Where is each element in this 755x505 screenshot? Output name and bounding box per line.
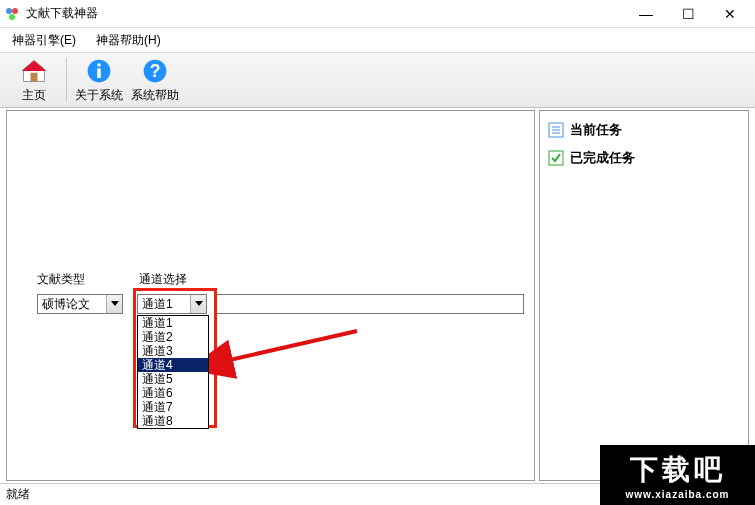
about-button[interactable]: 关于系统: [71, 54, 127, 106]
svg-text:?: ?: [150, 61, 161, 81]
channel-option[interactable]: 通道3: [138, 344, 208, 358]
doctype-label: 文献类型: [37, 271, 133, 288]
svg-point-2: [9, 14, 15, 20]
channel-option[interactable]: 通道6: [138, 386, 208, 400]
content-area: 文献类型 通道选择 硕博论文 通道1 通道1通道2通道3通道4通道5通道6通道7…: [0, 108, 755, 483]
current-tasks-label: 当前任务: [570, 121, 622, 139]
close-button[interactable]: ✕: [709, 1, 751, 27]
channel-option[interactable]: 通道1: [138, 316, 208, 330]
watermark: 下载吧 www.xiazaiba.com: [600, 445, 755, 505]
home-label: 主页: [22, 87, 46, 104]
check-icon: [548, 150, 564, 166]
help-icon: ?: [141, 57, 169, 85]
menu-bar: 神器引擎(E) 神器帮助(H): [0, 28, 755, 52]
svg-marker-4: [22, 60, 47, 71]
home-button[interactable]: 主页: [6, 54, 62, 106]
syshelp-button[interactable]: ? 系统帮助: [127, 54, 183, 106]
svg-point-7: [97, 63, 101, 67]
right-panel: 当前任务 已完成任务: [539, 110, 749, 481]
title-bar: 文献下载神器 — ☐ ✕: [0, 0, 755, 28]
channel-option[interactable]: 通道4: [138, 358, 208, 372]
channel-value: 通道1: [138, 296, 190, 313]
search-input[interactable]: [215, 294, 524, 314]
chevron-down-icon: [190, 295, 206, 313]
channel-option[interactable]: 通道7: [138, 400, 208, 414]
watermark-text: 下载吧: [630, 451, 726, 489]
current-tasks-item[interactable]: 当前任务: [548, 119, 740, 141]
svg-rect-8: [97, 68, 101, 78]
svg-marker-11: [111, 301, 119, 306]
menu-help[interactable]: 神器帮助(H): [92, 30, 165, 51]
left-panel: 文献类型 通道选择 硕博论文 通道1 通道1通道2通道3通道4通道5通道6通道7…: [6, 110, 535, 481]
channel-option[interactable]: 通道5: [138, 372, 208, 386]
app-icon: [4, 6, 20, 22]
channel-option[interactable]: 通道2: [138, 330, 208, 344]
channel-dropdown[interactable]: 通道1通道2通道3通道4通道5通道6通道7通道8: [137, 315, 209, 429]
menu-engine[interactable]: 神器引擎(E): [8, 30, 80, 51]
window-title: 文献下载神器: [26, 5, 625, 22]
channel-label: 通道选择: [139, 271, 187, 288]
svg-point-1: [12, 8, 18, 14]
home-icon: [20, 57, 48, 85]
chevron-down-icon: [106, 295, 122, 313]
watermark-url: www.xiazaiba.com: [626, 489, 730, 500]
syshelp-label: 系统帮助: [131, 87, 179, 104]
arrow-annotation: [207, 321, 367, 401]
minimize-button[interactable]: —: [625, 1, 667, 27]
svg-marker-12: [195, 301, 203, 306]
maximize-button[interactable]: ☐: [667, 1, 709, 27]
info-icon: [85, 57, 113, 85]
doctype-select[interactable]: 硕博论文: [37, 294, 123, 314]
svg-rect-5: [31, 72, 38, 81]
completed-tasks-item[interactable]: 已完成任务: [548, 147, 740, 169]
doctype-value: 硕博论文: [38, 296, 106, 313]
about-label: 关于系统: [75, 87, 123, 104]
channel-option[interactable]: 通道8: [138, 414, 208, 428]
status-text: 就绪: [6, 486, 30, 503]
channel-select[interactable]: 通道1 通道1通道2通道3通道4通道5通道6通道7通道8: [137, 294, 207, 314]
toolbar-separator: [66, 58, 67, 102]
list-icon: [548, 122, 564, 138]
toolbar: 主页 关于系统 ? 系统帮助: [0, 52, 755, 108]
svg-line-14: [225, 331, 357, 361]
completed-tasks-label: 已完成任务: [570, 149, 635, 167]
svg-point-0: [6, 8, 12, 14]
form-area: 文献类型 通道选择 硕博论文 通道1 通道1通道2通道3通道4通道5通道6通道7…: [37, 271, 524, 314]
